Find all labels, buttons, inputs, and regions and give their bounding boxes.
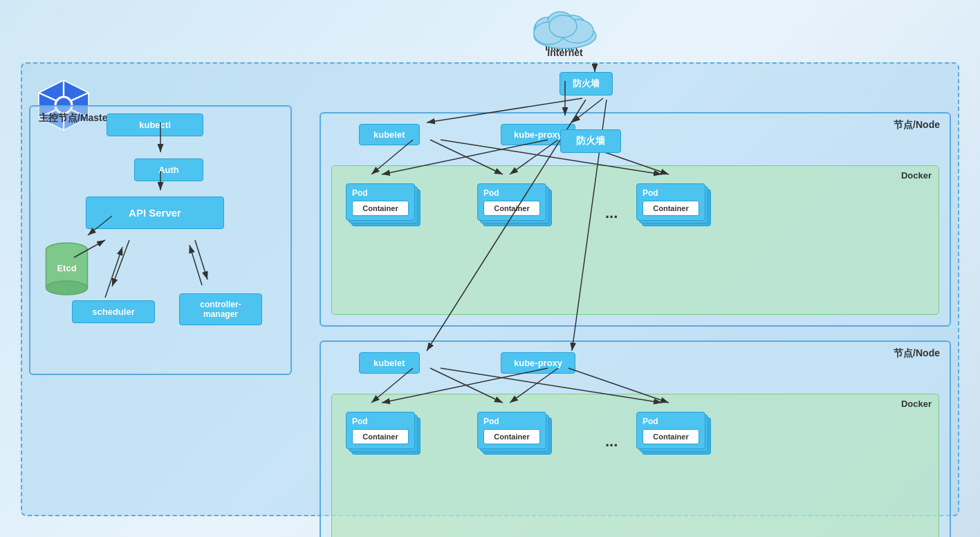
container-5-box: Container xyxy=(483,429,540,444)
kubectl-box: kubectl xyxy=(107,113,203,136)
firewall-box: 防火墙 xyxy=(560,72,613,95)
controller-manager-box: controller-manager xyxy=(179,293,262,325)
firewall-section: 防火墙 xyxy=(560,72,613,95)
container-4-box: Container xyxy=(352,429,409,444)
etcd-container: Etcd xyxy=(44,242,89,300)
container-1-box: Container xyxy=(352,201,409,216)
pod-2-label: Pod xyxy=(483,188,540,198)
container-6-box: Container xyxy=(642,429,699,444)
pod-3-stack: Pod Container xyxy=(636,183,705,221)
pod-4-label: Pod xyxy=(352,417,409,426)
internet-cloud-icon xyxy=(527,8,603,50)
svg-point-14 xyxy=(46,281,88,295)
kubelet-2-box: kubelet xyxy=(359,352,420,374)
main-diagram-container: Internet 主控节点/Master kubectl Auth API Se… xyxy=(21,62,959,516)
auth-box: Auth xyxy=(134,158,203,181)
firewall-label-box: 防火墙 xyxy=(560,129,621,153)
pod-6-label: Pod xyxy=(642,417,699,426)
kube-proxy-2-box: kube-proxy xyxy=(501,352,575,374)
right-section: 防火墙 节点/Node kubelet kube-proxy Docker xyxy=(313,64,958,515)
master-label: 主控节点/Master xyxy=(39,112,111,125)
docker-2-label: Docker xyxy=(901,399,932,409)
svg-point-48 xyxy=(549,15,577,37)
pod-2-stack: Pod Container xyxy=(477,183,546,221)
pod-1-label: Pod xyxy=(352,188,409,198)
node-1-label: 节点/Node xyxy=(894,119,940,131)
dots-2: ... xyxy=(605,433,618,450)
container-2-box: Container xyxy=(483,201,540,216)
node-box-2: 节点/Node kubelet kube-proxy Docker Pod Co… xyxy=(320,340,951,537)
master-node-box: 主控节点/Master kubectl Auth API Server Etcd xyxy=(29,105,292,375)
pod-5-stack: Pod Container xyxy=(477,412,546,449)
etcd-icon: Etcd xyxy=(44,242,89,297)
node-box-1: 节点/Node kubelet kube-proxy Docker Pod Co… xyxy=(320,112,951,327)
dots-1: ... xyxy=(605,204,618,222)
container-3-box: Container xyxy=(642,201,699,216)
internet-cloud-top: Internet xyxy=(527,8,603,58)
firewall-top-box: 防火墙 xyxy=(560,129,621,153)
kubelet-1-box: kubelet xyxy=(359,124,420,145)
pod-1-stack: Pod Container xyxy=(346,183,415,221)
scheduler-box: scheduler xyxy=(72,300,155,323)
node-2-label: 节点/Node xyxy=(894,347,940,360)
pod-5-label: Pod xyxy=(483,417,540,426)
docker-area-2: Docker Pod Container Pod Con xyxy=(331,394,939,537)
svg-text:Etcd: Etcd xyxy=(57,263,76,273)
docker-area-1: Docker Pod Container Pod Con xyxy=(331,165,939,315)
pod-6-stack: Pod Container xyxy=(636,412,705,449)
docker-1-label: Docker xyxy=(901,170,932,181)
apiserver-box: API Server xyxy=(86,197,224,229)
pod-3-label: Pod xyxy=(642,188,699,198)
pod-4-stack: Pod Container xyxy=(346,412,415,449)
